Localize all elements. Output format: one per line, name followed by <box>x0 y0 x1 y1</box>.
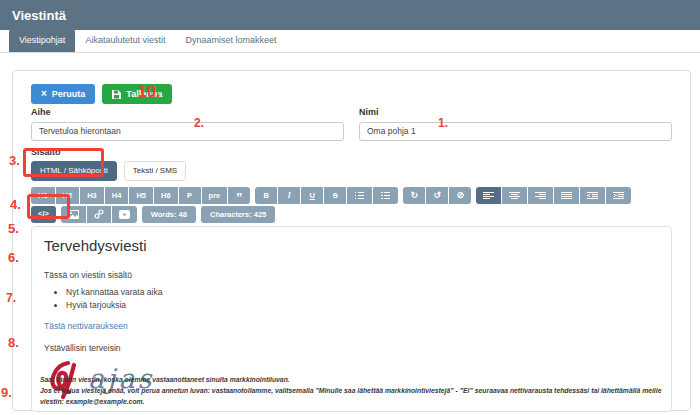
characters-counter: Characters: 425 <box>201 206 275 223</box>
message-signoff: Ystävällisin terveisin <box>44 343 659 353</box>
insert-link-button[interactable] <box>87 206 111 223</box>
list-ol-icon <box>380 191 391 200</box>
subject-label: Aihe <box>31 107 344 118</box>
indent-icon <box>613 191 624 200</box>
list-ul-icon <box>354 191 365 200</box>
footer-line-1: Saat tämän viestin, koska olemme vastaan… <box>40 374 663 385</box>
insert-video-button[interactable] <box>112 206 137 223</box>
words-counter: Words: 48 <box>142 206 196 223</box>
undo-button[interactable]: ↺ <box>426 187 448 204</box>
h1-button[interactable]: H1 <box>31 187 55 204</box>
blockquote-button[interactable]: ” <box>228 187 250 204</box>
x-icon: × <box>41 89 47 99</box>
save-icon <box>112 90 121 99</box>
toolbar-group: Characters: 425 <box>201 206 275 223</box>
save-button-label: Tallenna <box>126 89 162 99</box>
undo-icon: ↺ <box>433 191 441 200</box>
align-justify-icon <box>561 191 572 200</box>
bullet-item: Hyviä tarjouksia <box>66 299 659 312</box>
footer-line-2: Jos et halua viestejä enää, voit perua a… <box>40 385 663 407</box>
strikethrough-button[interactable]: S <box>324 187 346 204</box>
template-editor-card: × Peruuta Tallenna Aihe Nimi Sisältö HT <box>12 70 691 411</box>
toolbar-group <box>61 206 137 223</box>
h2-button[interactable]: H2 <box>56 187 80 204</box>
align-right-button[interactable] <box>528 187 553 204</box>
toolbar-group <box>476 187 631 204</box>
viestinta-page: Viestintä Viestipohjat Aikataulutetut vi… <box>0 0 700 415</box>
bold-button[interactable]: B <box>255 187 277 204</box>
clear-format-button[interactable]: ⊘ <box>449 187 471 204</box>
clear-format-icon: ⊘ <box>456 191 464 200</box>
link-icon <box>94 209 104 219</box>
message-bullet-list: Nyt kannattaa varata aikaHyviä tarjouksi… <box>66 286 659 312</box>
editor-toolbar-row-1: H1H2H3H4H5H6Ppre”BIUS↻↺⊘ <box>31 187 672 204</box>
align-left-icon <box>483 191 494 200</box>
nav-tab-aikataulutetut-viestit[interactable]: Aikataulutetut viestit <box>75 29 175 52</box>
editor-toolbar-row-2: </>Words: 48Characters: 425 <box>31 206 672 223</box>
subject-input[interactable] <box>31 122 344 141</box>
ordered-list-button[interactable] <box>373 187 398 204</box>
bullet-item: Nyt kannattaa varata aika <box>66 286 659 299</box>
align-center-button[interactable] <box>502 187 527 204</box>
action-button-row: × Peruuta Tallenna <box>31 84 672 104</box>
pre-button[interactable]: pre <box>202 187 228 204</box>
align-left-button[interactable] <box>476 187 501 204</box>
marketing-permission-footer: Saat tämän viestin, koska olemme vastaan… <box>40 374 663 407</box>
save-button[interactable]: Tallenna <box>102 84 172 104</box>
nav-tab-viestipohjat[interactable]: Viestipohjat <box>9 29 75 52</box>
annotation-9: 9. <box>1 385 12 400</box>
italic-button[interactable]: I <box>278 187 300 204</box>
editor-content-area[interactable]: Tervehdysviesti Tässä on viestin sisältö… <box>31 226 672 412</box>
unordered-list-button[interactable] <box>347 187 372 204</box>
main-nav-tabs: Viestipohjat Aikataulutetut viestit Dyna… <box>0 30 700 53</box>
page-title: Viestintä <box>0 0 700 30</box>
align-justify-button[interactable] <box>554 187 579 204</box>
paragraph-button[interactable]: P <box>179 187 201 204</box>
underline-button[interactable]: U <box>301 187 323 204</box>
insert-image-button[interactable] <box>61 206 86 223</box>
outdent-button[interactable] <box>580 187 605 204</box>
toolbar-group: </> <box>31 206 56 223</box>
content-type-tabs: HTML / Sähköposti Teksti / SMS <box>31 161 672 181</box>
message-heading: Tervehdysviesti <box>44 237 659 254</box>
booking-link[interactable]: Tästä nettivaraukseen <box>44 321 659 331</box>
h6-button[interactable]: H6 <box>154 187 178 204</box>
h3-button[interactable]: H3 <box>80 187 104 204</box>
image-icon <box>68 210 79 219</box>
code-view-button[interactable]: </> <box>31 206 56 223</box>
tab-text-sms[interactable]: Teksti / SMS <box>124 161 186 181</box>
outdent-icon <box>587 191 598 200</box>
name-label: Nimi <box>359 107 672 118</box>
toolbar-group: Words: 48 <box>142 206 196 223</box>
nav-tab-dynaamiset-lomakkeet[interactable]: Dynaamiset lomakkeet <box>175 29 286 52</box>
content-section-label: Sisältö <box>31 147 672 158</box>
toolbar-group: BIUS <box>255 187 398 204</box>
code-view-icon: </> <box>38 210 49 218</box>
cancel-button-label: Peruuta <box>52 89 86 99</box>
name-input[interactable] <box>359 122 672 141</box>
message-intro: Tässä on viestin sisältö <box>44 270 659 280</box>
tab-html-email[interactable]: HTML / Sähköposti <box>31 161 117 181</box>
template-form: Aihe Nimi <box>31 107 672 141</box>
video-icon <box>119 210 130 219</box>
toolbar-group: H1H2H3H4H5H6Ppre” <box>31 187 250 204</box>
redo-icon: ↻ <box>410 191 418 200</box>
h4-button[interactable]: H4 <box>105 187 129 204</box>
align-right-icon <box>535 191 546 200</box>
quote-icon: ” <box>236 191 243 204</box>
h5-button[interactable]: H5 <box>129 187 153 204</box>
indent-button[interactable] <box>606 187 631 204</box>
toolbar-group: ↻↺⊘ <box>403 187 471 204</box>
cancel-button[interactable]: × Peruuta <box>31 84 95 104</box>
align-center-icon <box>509 191 520 200</box>
redo-button[interactable]: ↻ <box>403 187 425 204</box>
